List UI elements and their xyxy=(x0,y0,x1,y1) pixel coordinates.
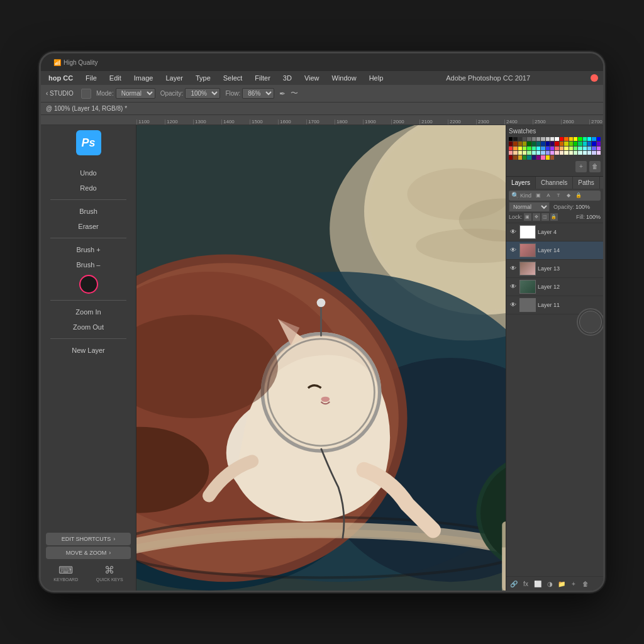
layer-mask-icon[interactable]: ⬜ xyxy=(533,579,543,589)
mode-dropdown[interactable]: Normal xyxy=(116,88,155,99)
swatch[interactable] xyxy=(532,155,536,159)
swatch[interactable] xyxy=(513,151,517,155)
swatch[interactable] xyxy=(597,147,601,150)
menu-item-help[interactable]: Help xyxy=(367,74,386,82)
swatch[interactable] xyxy=(523,151,526,155)
menu-item-image[interactable]: Image xyxy=(131,74,156,82)
layer-item-12[interactable]: 👁 Layer 12 xyxy=(506,278,603,296)
new-layer-button[interactable]: New Layer xyxy=(41,343,136,358)
blend-mode-dropdown[interactable]: Normal xyxy=(509,202,550,212)
swatch[interactable] xyxy=(597,137,601,141)
swatch[interactable] xyxy=(597,142,601,145)
swatch[interactable] xyxy=(578,142,582,145)
swatch[interactable] xyxy=(569,151,573,155)
pixel-icon[interactable]: ▣ xyxy=(534,191,543,200)
swatch[interactable] xyxy=(578,147,582,150)
swatch[interactable] xyxy=(518,155,522,159)
layer-folder-icon[interactable]: 📁 xyxy=(557,579,567,589)
swatch[interactable] xyxy=(536,155,540,159)
swatch[interactable] xyxy=(509,142,513,145)
swatch[interactable] xyxy=(560,142,564,145)
layer-item-14[interactable]: 👁 Layer 14 xyxy=(506,242,603,260)
swatch[interactable] xyxy=(587,137,591,141)
swatch[interactable] xyxy=(532,151,536,155)
swatch[interactable] xyxy=(574,151,577,155)
swatch[interactable] xyxy=(546,155,550,159)
swatch[interactable] xyxy=(550,142,554,145)
layer-item-13[interactable]: 👁 Layer 13 xyxy=(506,260,603,278)
swatch[interactable] xyxy=(574,137,577,141)
redo-button[interactable]: Redo xyxy=(41,180,136,196)
swatch[interactable] xyxy=(527,155,531,159)
menu-item-layer[interactable]: Layer xyxy=(163,74,186,82)
layer-12-visibility[interactable]: 👁 xyxy=(509,282,518,291)
swatches-add-button[interactable]: + xyxy=(575,161,587,172)
swatch[interactable] xyxy=(513,147,517,150)
swatch[interactable] xyxy=(518,151,522,155)
swatches-delete-button[interactable]: 🗑 xyxy=(589,161,601,172)
swatch[interactable] xyxy=(532,147,536,150)
menu-item-filter[interactable]: Filter xyxy=(252,74,272,82)
menu-item-edit[interactable]: Edit xyxy=(107,74,124,82)
swatch[interactable] xyxy=(592,137,596,141)
zoom-out-button[interactable]: Zoom Out xyxy=(41,319,136,335)
lock-artboard[interactable]: ◫ xyxy=(541,213,549,221)
opacity-dropdown[interactable]: 100% xyxy=(185,88,220,99)
adjustment-icon[interactable]: A xyxy=(544,191,553,200)
swatch[interactable] xyxy=(583,142,587,145)
swatch[interactable] xyxy=(546,137,550,141)
swatch[interactable] xyxy=(527,151,531,155)
swatch[interactable] xyxy=(592,142,596,145)
quick-keys-button[interactable]: ⌘ QUICK KEYS xyxy=(96,564,123,582)
swatch[interactable] xyxy=(527,142,531,145)
home-button[interactable] xyxy=(577,308,604,336)
layer-13-visibility[interactable]: 👁 xyxy=(509,264,518,273)
shape-icon[interactable]: ◆ xyxy=(564,191,573,200)
move-zoom-button[interactable]: MOVE & ZOOM › xyxy=(46,547,131,559)
tab-paths[interactable]: Paths xyxy=(573,177,600,189)
swatch[interactable] xyxy=(564,142,568,145)
swatch[interactable] xyxy=(532,142,536,145)
swatch[interactable] xyxy=(546,151,550,155)
swatch[interactable] xyxy=(527,137,531,141)
swatch[interactable] xyxy=(555,147,558,150)
swatch[interactable] xyxy=(518,142,522,145)
layer-11-visibility[interactable]: 👁 xyxy=(509,301,518,309)
swatch[interactable] xyxy=(509,147,513,150)
swatch[interactable] xyxy=(523,155,526,159)
swatch[interactable] xyxy=(546,142,550,145)
swatch[interactable] xyxy=(560,151,564,155)
layer-item-4[interactable]: 👁 Layer 4 xyxy=(506,223,603,242)
menu-item-window[interactable]: Window xyxy=(330,74,359,82)
swatch[interactable] xyxy=(550,147,554,150)
swatch[interactable] xyxy=(597,151,601,155)
swatch[interactable] xyxy=(541,137,545,141)
type-icon[interactable]: T xyxy=(554,191,563,200)
lock-move[interactable]: ✥ xyxy=(533,213,540,221)
swatch[interactable] xyxy=(569,142,573,145)
swatch[interactable] xyxy=(541,142,545,145)
swatch[interactable] xyxy=(569,137,573,141)
layer-adjustment-icon[interactable]: ◑ xyxy=(545,579,555,589)
swatch[interactable] xyxy=(560,147,564,150)
brush-button[interactable]: Brush xyxy=(41,204,136,219)
swatch[interactable] xyxy=(574,147,577,150)
swatch[interactable] xyxy=(523,137,526,141)
airbrush-icon[interactable]: ✒ xyxy=(279,89,286,98)
layer-delete-icon[interactable]: 🗑 xyxy=(580,579,591,589)
brush-decrease-button[interactable]: Brush – xyxy=(41,257,136,272)
swatch[interactable] xyxy=(518,137,522,141)
window-close-button[interactable] xyxy=(591,74,598,82)
swatch[interactable] xyxy=(574,142,577,145)
layer-fx-icon[interactable]: fx xyxy=(521,579,531,589)
layer-add-icon[interactable]: + xyxy=(569,579,579,589)
menu-item-file[interactable]: File xyxy=(83,74,99,82)
swatch[interactable] xyxy=(536,142,540,145)
swatch[interactable] xyxy=(536,147,540,150)
menu-item-app[interactable]: hop CC xyxy=(46,74,75,82)
swatch[interactable] xyxy=(509,151,513,155)
swatch[interactable] xyxy=(518,147,522,150)
swatch[interactable] xyxy=(532,137,536,141)
swatch[interactable] xyxy=(527,147,531,150)
swatch[interactable] xyxy=(583,151,587,155)
